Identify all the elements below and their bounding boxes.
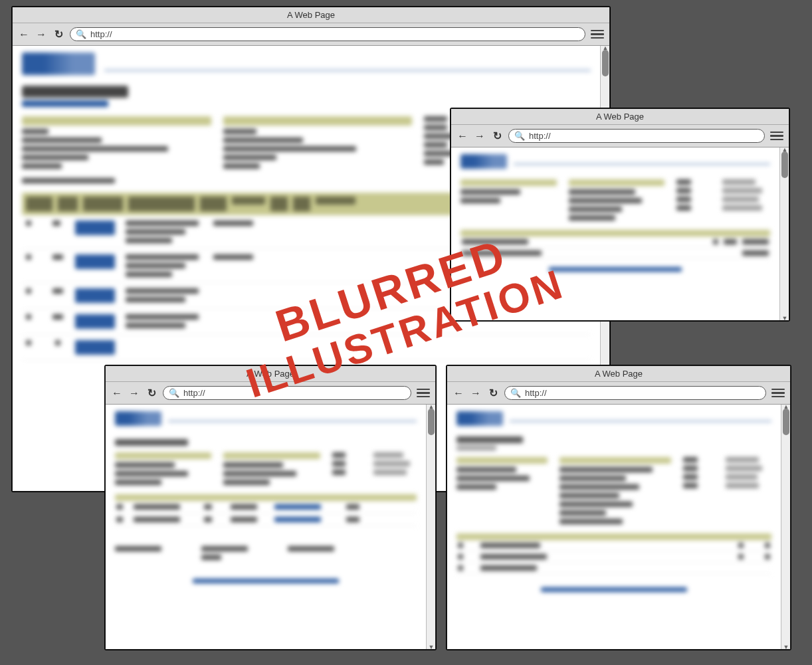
url-input[interactable] (183, 388, 405, 398)
window-title: A Web Page (13, 7, 609, 23)
browser-window-3: A Web Page ← → ↻ 🔍 (105, 365, 436, 650)
scrollbar[interactable]: ▲▼ (426, 405, 435, 649)
page-content (447, 405, 781, 649)
window-title: A Web Page (451, 109, 789, 125)
window-title: A Web Page (106, 366, 435, 382)
hamburger-menu-icon[interactable] (771, 389, 785, 398)
reload-icon[interactable]: ↻ (491, 130, 503, 142)
reload-icon[interactable]: ↻ (487, 387, 499, 399)
scrollbar[interactable]: ▲▼ (781, 405, 790, 649)
back-icon[interactable]: ← (457, 130, 468, 142)
back-icon[interactable]: ← (111, 387, 123, 399)
url-bar[interactable]: 🔍 (70, 27, 585, 41)
forward-icon[interactable]: → (35, 29, 47, 41)
url-input[interactable] (90, 29, 579, 39)
forward-icon[interactable]: → (474, 130, 486, 142)
brand-logo (22, 52, 95, 75)
page-content (106, 405, 426, 649)
brand-logo (457, 411, 503, 426)
url-bar[interactable]: 🔍 (508, 129, 765, 143)
hamburger-menu-icon[interactable] (770, 132, 783, 141)
back-icon[interactable]: ← (18, 29, 30, 41)
page-heading (22, 86, 128, 98)
back-icon[interactable]: ← (453, 387, 464, 399)
url-input[interactable] (529, 131, 759, 141)
browser-toolbar: ← → ↻ 🔍 (106, 382, 435, 405)
search-icon: 🔍 (514, 131, 525, 141)
hamburger-menu-icon[interactable] (591, 30, 604, 39)
browser-toolbar: ← → ↻ 🔍 (13, 23, 609, 46)
breadcrumb-link[interactable] (22, 100, 108, 107)
browser-window-2: A Web Page ← → ↻ 🔍 (451, 108, 789, 321)
browser-toolbar: ← → ↻ 🔍 (451, 125, 789, 147)
search-icon: 🔍 (169, 388, 179, 398)
url-input[interactable] (525, 388, 760, 398)
brand-logo (115, 411, 161, 426)
browser-window-4: A Web Page ← → ↻ 🔍 (447, 365, 791, 650)
browser-toolbar: ← → ↻ 🔍 (447, 382, 790, 405)
reload-icon[interactable]: ↻ (146, 387, 157, 399)
forward-icon[interactable]: → (128, 387, 140, 399)
brand-logo (460, 154, 507, 169)
search-icon: 🔍 (510, 388, 521, 398)
scrollbar[interactable]: ▲▼ (779, 147, 789, 320)
window-title: A Web Page (447, 366, 790, 382)
forward-icon[interactable]: → (470, 387, 482, 399)
table-row (22, 335, 591, 361)
search-icon: 🔍 (76, 29, 86, 39)
hamburger-menu-icon[interactable] (417, 389, 430, 398)
reload-icon[interactable]: ↻ (52, 28, 64, 41)
url-bar[interactable]: 🔍 (163, 386, 411, 400)
page-content (451, 147, 779, 320)
url-bar[interactable]: 🔍 (504, 386, 766, 400)
